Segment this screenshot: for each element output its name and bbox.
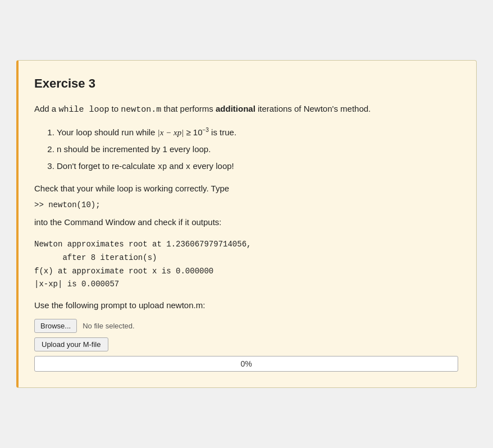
upload-button[interactable]: Upload your M-file (34, 337, 108, 351)
intro-paragraph: Add a while loop to newton.m that perfor… (34, 102, 458, 117)
additional-bold: additional (216, 104, 255, 113)
browse-button[interactable]: Browse... (34, 319, 77, 333)
output-block: Newton approximates root at 1.2360679797… (34, 238, 458, 291)
list-item-1: Your loop should run while |x − xp| ≥ 10… (57, 126, 458, 139)
exercise-card: Exercise 3 Add a while loop to newton.m … (16, 60, 477, 388)
newton-m-code: newton.m (121, 105, 161, 115)
progress-label: 0% (240, 359, 252, 368)
file-input-row: Browse... No file selected. (34, 319, 458, 333)
check-line1: Check that your while loop is working co… (34, 182, 458, 195)
while-loop-code: while loop (58, 105, 109, 115)
list-item-2: n should be incremented by 1 every loop. (57, 143, 458, 156)
xp-code: xp (158, 162, 167, 171)
command-code: >> newton(10); (34, 199, 458, 212)
x-code: x (186, 162, 190, 171)
progress-bar: 0% (34, 356, 458, 372)
list-item-3: Don't forget to re-calculate xp and x ev… (57, 159, 458, 173)
check-line2: into the Command Window and check if it … (34, 216, 458, 229)
exercise-title: Exercise 3 (34, 76, 458, 91)
no-file-label: No file selected. (83, 322, 135, 330)
superscript-minus3: −3 (203, 127, 209, 133)
upload-prompt: Use the following prompt to upload newto… (34, 300, 458, 310)
instructions-list: Your loop should run while |x − xp| ≥ 10… (57, 126, 458, 173)
math-expression: |x − xp| (158, 128, 184, 137)
